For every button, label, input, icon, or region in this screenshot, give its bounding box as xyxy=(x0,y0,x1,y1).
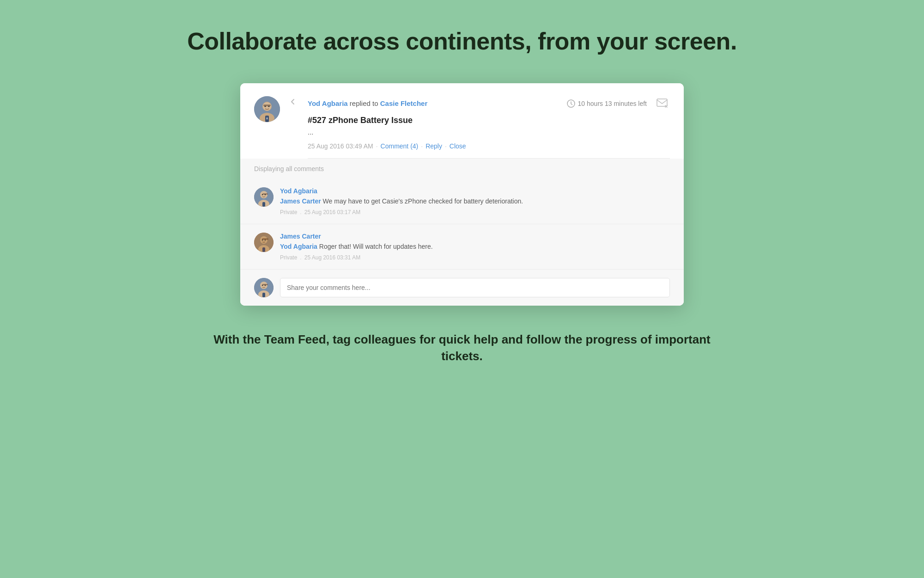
comment-2-mention[interactable]: Yod Agbaria xyxy=(280,243,317,250)
ticket-meta-line: Yod Agbaria replied to Casie Fletcher 10… xyxy=(308,96,670,111)
comment-1-privacy: Private xyxy=(280,209,297,215)
comment-1-content: Yod Agbaria James Carter We may have to … xyxy=(280,187,670,215)
comment-item: Yod Agbaria James Carter We may have to … xyxy=(240,179,684,224)
page-title: Collaborate across continents, from your… xyxy=(187,28,737,55)
ticket-timer: 10 hours 13 minutes left xyxy=(567,99,647,108)
close-link[interactable]: Close xyxy=(450,142,466,150)
action-dot-3: · xyxy=(445,142,447,150)
avatar-yod-large xyxy=(254,96,280,122)
comment-2-author[interactable]: James Carter xyxy=(280,233,670,240)
svg-rect-23 xyxy=(262,238,268,240)
clock-icon xyxy=(567,99,575,108)
ticket-body: Yod Agbaria replied to Casie Fletcher 10… xyxy=(308,96,670,159)
action-dot-1: · xyxy=(376,142,378,150)
ticket-author-link[interactable]: Yod Agbaria xyxy=(308,99,348,107)
ticket-replied-to-person-link[interactable]: Casie Fletcher xyxy=(380,99,428,107)
avatar-james-small xyxy=(254,233,274,252)
comments-section: Displaying all comments Yod Agbaria xyxy=(240,159,684,306)
svg-rect-31 xyxy=(262,293,265,297)
svg-rect-30 xyxy=(262,284,268,285)
comment-2-dot: . xyxy=(300,254,301,261)
comment-1-author[interactable]: Yod Agbaria xyxy=(280,187,670,195)
comment-1-dot: . xyxy=(300,209,301,215)
comment-2-date: 25 Aug 2016 03:31 AM xyxy=(304,254,360,261)
ticket-replied-to-label: replied to xyxy=(350,99,378,107)
comment-1-mention[interactable]: James Carter xyxy=(280,197,321,205)
reply-link[interactable]: Reply xyxy=(426,142,442,150)
ticket-author-line: Yod Agbaria replied to Casie Fletcher xyxy=(308,99,427,107)
collapse-button[interactable] xyxy=(287,96,298,107)
comment-input[interactable] xyxy=(280,278,670,297)
comment-2-text: Yod Agbaria Roger that! Will watch for u… xyxy=(280,242,670,252)
comment-2-meta: Private . 25 Aug 2016 03:31 AM xyxy=(280,254,670,261)
ticket-date: 25 Aug 2016 03:49 AM xyxy=(308,142,373,150)
mail-icon-button[interactable] xyxy=(655,96,670,111)
ticket-actions-line: 25 Aug 2016 03:49 AM · Comment (4) · Rep… xyxy=(308,142,670,159)
avatar-yod-small xyxy=(254,187,274,207)
svg-rect-24 xyxy=(262,247,265,252)
ticket-card: Yod Agbaria replied to Casie Fletcher 10… xyxy=(240,83,684,306)
comment-1-text: James Carter We may have to get Casie's … xyxy=(280,197,670,206)
svg-rect-17 xyxy=(262,202,265,207)
comment-1-date: 25 Aug 2016 03:17 AM xyxy=(304,209,360,215)
ticket-title: #527 zPhone Battery Issue xyxy=(308,116,670,125)
svg-rect-4 xyxy=(263,105,271,106)
svg-rect-10 xyxy=(657,99,667,106)
page-subtitle: With the Team Feed, tag colleagues for q… xyxy=(208,331,716,365)
ticket-snippet: ... xyxy=(308,128,670,136)
action-dot-2: · xyxy=(421,142,423,150)
comment-1-meta: Private . 25 Aug 2016 03:17 AM xyxy=(280,209,670,215)
comment-2-privacy: Private xyxy=(280,254,297,261)
avatar-current-user xyxy=(254,278,274,297)
comment-item: James Carter Yod Agbaria Roger that! Wil… xyxy=(240,224,684,270)
comment-link[interactable]: Comment (4) xyxy=(381,142,419,150)
svg-point-5 xyxy=(265,105,266,107)
timer-text: 10 hours 13 minutes left xyxy=(578,100,647,107)
svg-rect-16 xyxy=(262,193,268,195)
comment-2-content: James Carter Yod Agbaria Roger that! Wil… xyxy=(280,233,670,261)
comment-input-row xyxy=(240,270,684,306)
svg-point-6 xyxy=(268,105,270,107)
ticket-header: Yod Agbaria replied to Casie Fletcher 10… xyxy=(240,83,684,159)
comments-header: Displaying all comments xyxy=(240,159,684,179)
